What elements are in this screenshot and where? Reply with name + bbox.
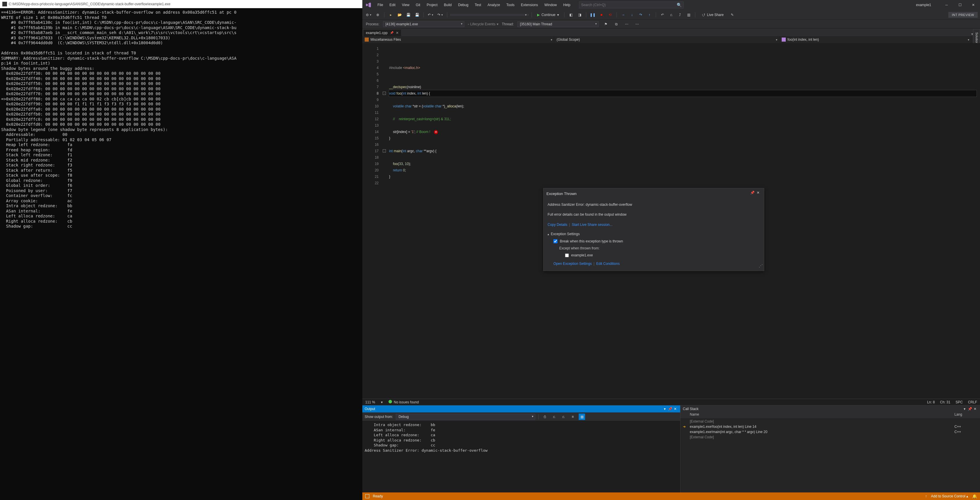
output-dropdown-icon[interactable]: ▾	[662, 407, 667, 411]
nav-project-dropdown[interactable]: Miscellaneous Files	[362, 36, 554, 43]
menu-debug[interactable]: Debug	[455, 1, 471, 9]
source-control-up-icon[interactable]: ↑	[925, 494, 927, 498]
col-indicator[interactable]: Ch: 31	[940, 400, 950, 404]
tb-icon-1[interactable]: ◧	[567, 11, 574, 18]
feedback-button[interactable]: ✎	[729, 11, 736, 18]
search-box[interactable]: 🔍	[579, 2, 684, 8]
tb2-icon-2[interactable]: ⋯	[634, 21, 641, 28]
out-icon-1[interactable]: ⎙	[541, 414, 548, 420]
cs-close-icon[interactable]: ✕	[972, 407, 978, 411]
redo-dropdown[interactable]: ↷▾	[436, 13, 444, 17]
output-source-dropdown[interactable]: Debug	[396, 414, 535, 420]
indent-indicator[interactable]: SPC	[956, 400, 963, 404]
tb-icon-6[interactable]: ▥	[685, 11, 692, 18]
continue-button[interactable]: ▶ Continue ▾	[535, 11, 561, 18]
nav-scope-dropdown[interactable]: (Global Scope)	[554, 36, 780, 43]
exception-settings-header[interactable]: ▴Exception Settings	[547, 231, 760, 237]
nav-forward-button[interactable]: ⊕	[374, 11, 381, 18]
menu-git[interactable]: Git	[413, 1, 423, 9]
new-project-button[interactable]: ▸	[387, 11, 395, 18]
zoom-level[interactable]: 111 %	[365, 400, 375, 404]
stop-button[interactable]: ■	[598, 11, 605, 18]
out-icon-2[interactable]: ⎌	[551, 414, 557, 420]
lifecycle-events-link[interactable]: ▫ Lifecycle Events ▾	[468, 22, 498, 26]
cs-dropdown-icon[interactable]: ▾	[962, 407, 967, 411]
cs-col-lang[interactable]: Lang	[955, 412, 978, 419]
nav-function-dropdown[interactable]: foo(int index, int len)	[780, 36, 971, 43]
call-stack-row[interactable]: example1.exe!main(int argc, char * * arg…	[681, 429, 980, 435]
open-exception-settings-link[interactable]: Open Exception Settings	[554, 262, 592, 266]
pin-icon[interactable]: 📌	[390, 31, 393, 34]
close-button[interactable]: ✕	[967, 0, 980, 10]
error-icon[interactable]: ✕	[434, 130, 438, 134]
flag-button[interactable]: ⚑	[602, 21, 609, 28]
copy-details-link[interactable]: Copy Details	[547, 223, 567, 227]
exception-popup-header[interactable]: Exception Thrown 📌 ✕	[544, 188, 764, 199]
resize-grip-icon[interactable]: ⋰	[759, 262, 763, 270]
menu-test[interactable]: Test	[472, 1, 484, 9]
tb-icon-3[interactable]: ↶	[659, 11, 666, 18]
step-over-button[interactable]: ↷	[637, 11, 644, 18]
console-title-bar[interactable]: C:\MSDN\cpp-docs-pr\docs\c-language\ASAN…	[0, 0, 362, 8]
menu-extensions[interactable]: Extensions	[518, 1, 541, 9]
menu-project[interactable]: Project	[424, 1, 440, 9]
open-file-button[interactable]: 📂	[396, 11, 403, 18]
step-out-button[interactable]: ↑	[646, 11, 653, 18]
save-all-button[interactable]: 💾	[414, 11, 420, 18]
pin-popup-icon[interactable]: 📌	[749, 191, 755, 196]
step-into-button[interactable]: ↓	[628, 11, 635, 18]
call-stack-row[interactable]: ➜example1.exe!foo(int index, int len) Li…	[681, 424, 980, 429]
except-item-checkbox[interactable]	[565, 254, 569, 257]
step-next-button[interactable]: →	[620, 11, 627, 18]
eol-indicator[interactable]: CRLF	[968, 400, 977, 404]
cs-pin-icon[interactable]: 📌	[967, 407, 972, 411]
out-icon-4[interactable]: ≡	[570, 414, 576, 420]
save-button[interactable]: 💾	[405, 11, 412, 18]
stack-frame-button[interactable]: ⧉	[613, 21, 620, 28]
add-source-control-link[interactable]: Add to Source Control ▴	[931, 494, 968, 498]
nav-back-dropdown[interactable]: ⊖▾	[365, 13, 372, 17]
restart-button[interactable]: ⟲	[607, 11, 614, 18]
close-tab-icon[interactable]: ✕	[396, 31, 399, 35]
tb2-icon-1[interactable]: ⋯	[623, 21, 630, 28]
notifications-icon[interactable]: 🔔	[972, 494, 977, 498]
undo-dropdown[interactable]: ↶▾	[426, 13, 434, 17]
fold-box-17[interactable]: -	[383, 149, 386, 152]
break-when-checkbox[interactable]	[554, 239, 557, 243]
out-icon-3[interactable]: ⎌	[560, 414, 566, 420]
menu-edit[interactable]: Edit	[387, 1, 398, 9]
menu-tools[interactable]: Tools	[503, 1, 517, 9]
call-stack-body[interactable]: [External Code]➜example1.exe!foo(int ind…	[681, 419, 980, 492]
console-output[interactable]: ==4136==ERROR: AddressSanitizer: dynamic…	[0, 8, 362, 500]
process-dropdown[interactable]: [4136] example1.exe	[383, 21, 465, 27]
search-input[interactable]	[581, 3, 677, 7]
menu-window[interactable]: Window	[541, 1, 560, 9]
output-body[interactable]: Intra object redzone: bb ASan internal: …	[362, 421, 680, 492]
thread-dropdown[interactable]: [35160] Main Thread	[517, 21, 599, 27]
tb-icon-5[interactable]: ⤴	[676, 11, 683, 18]
output-header[interactable]: Output ▾ 📌 ✕	[362, 406, 680, 412]
menu-build[interactable]: Build	[441, 1, 455, 9]
issues-label[interactable]: No issues found	[394, 400, 419, 404]
line-indicator[interactable]: Ln: 8	[927, 400, 935, 404]
tb-icon-2[interactable]: ◨	[576, 11, 583, 18]
doc-tab-example1[interactable]: example1.cpp 📌 ✕	[363, 29, 401, 36]
call-stack-header[interactable]: Call Stack ▾ 📌 ✕	[681, 406, 980, 412]
code-editor[interactable]: 12345678910111213141516171819202122 - - …	[362, 43, 980, 399]
maximize-button[interactable]: ☐	[953, 0, 967, 10]
call-stack-row[interactable]: [External Code]	[681, 435, 980, 440]
out-icon-5[interactable]: ▦	[579, 414, 585, 420]
menu-help[interactable]: Help	[560, 1, 573, 9]
cs-col-name[interactable]: Name	[683, 412, 955, 419]
fold-box-8[interactable]: -	[383, 92, 386, 95]
menu-file[interactable]: File	[375, 1, 386, 9]
config-dropdown[interactable]: ▾	[450, 14, 529, 16]
break-all-button[interactable]: ❚❚	[589, 11, 596, 18]
menu-view[interactable]: View	[399, 1, 412, 9]
output-pin-icon[interactable]: 📌	[667, 407, 673, 411]
start-live-share-link[interactable]: Start Live Share session...	[572, 223, 612, 227]
tb-icon-4[interactable]: ⎌	[668, 11, 675, 18]
close-popup-icon[interactable]: ✕	[755, 191, 761, 196]
call-stack-row[interactable]: [External Code]	[681, 419, 980, 424]
minimize-button[interactable]: ─	[940, 0, 953, 10]
